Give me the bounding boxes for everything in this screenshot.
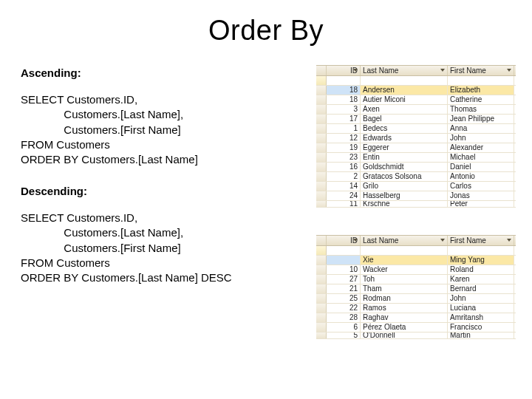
cell-id[interactable] [327, 246, 361, 255]
table-row[interactable]: 12EdwardsJohn [316, 134, 516, 143]
table-row[interactable]: 14GriloCarlos [316, 182, 516, 191]
cell-firstname[interactable]: Martin [448, 332, 514, 338]
cell-firstname[interactable]: Karen [448, 275, 514, 284]
row-selector-header[interactable] [316, 66, 327, 75]
cell-firstname[interactable]: Alexander [448, 143, 514, 152]
cell-lastname[interactable]: Eggerer [361, 143, 448, 152]
cell-id[interactable]: 18 [327, 95, 361, 104]
cell-lastname[interactable]: Xie [361, 256, 448, 265]
row-selector[interactable] [316, 143, 327, 152]
cell-id[interactable]: 17 [327, 115, 361, 123]
cell-lastname[interactable]: Raghav [361, 313, 448, 322]
table-row[interactable]: 16GoldschmidtDaniel [316, 163, 516, 172]
column-header-id[interactable]: ID [327, 66, 361, 75]
cell-lastname[interactable]: Andersen [361, 86, 448, 95]
cell-id[interactable]: 24 [327, 191, 361, 200]
cell-lastname[interactable]: Bedecs [361, 124, 448, 133]
cell-id[interactable]: 14 [327, 182, 361, 191]
cell-id[interactable] [327, 76, 361, 85]
row-selector[interactable] [316, 163, 327, 171]
row-selector[interactable] [316, 332, 327, 338]
cell-lastname[interactable]: Grilo [361, 182, 448, 191]
cell-id[interactable]: 2 [327, 172, 361, 181]
table-row[interactable]: 24HasselbergJonas [316, 191, 516, 201]
table-row[interactable]: 23EntinMichael [316, 153, 516, 163]
cell-lastname[interactable]: Gratacos Solsona [361, 172, 448, 181]
cell-lastname[interactable]: Edwards [361, 134, 448, 143]
cell-firstname[interactable]: Michael [448, 153, 514, 162]
row-selector[interactable] [316, 76, 327, 85]
row-selector[interactable] [316, 304, 327, 313]
dropdown-icon[interactable] [440, 68, 446, 73]
cell-lastname[interactable]: O'Donnell [361, 332, 448, 338]
cell-firstname[interactable]: Ming Yang [448, 256, 514, 265]
row-selector[interactable] [316, 246, 327, 255]
cell-lastname[interactable] [361, 76, 448, 85]
cell-lastname[interactable]: Hasselberg [361, 191, 448, 200]
dropdown-icon[interactable] [507, 68, 512, 73]
cell-lastname[interactable]: Pérez Olaeta [361, 323, 448, 332]
row-selector[interactable] [316, 284, 327, 293]
row-selector[interactable] [316, 256, 327, 265]
table-row[interactable]: 19EggererAlexander [316, 143, 516, 153]
column-header-firstname[interactable]: First Name [448, 66, 514, 75]
row-selector[interactable] [316, 115, 327, 123]
cell-lastname[interactable]: Toh [361, 275, 448, 284]
table-row[interactable]: 5O'DonnellMartin [316, 332, 516, 339]
cell-firstname[interactable]: Jean Philippe [448, 115, 514, 123]
cell-firstname[interactable] [448, 246, 514, 255]
cell-id[interactable]: 12 [327, 134, 361, 143]
cell-id[interactable]: 6 [327, 323, 361, 332]
cell-id[interactable]: 18 [327, 86, 361, 95]
cell-firstname[interactable]: John [448, 134, 514, 143]
table-row[interactable] [316, 246, 516, 256]
row-selector[interactable] [316, 313, 327, 322]
cell-firstname[interactable]: Daniel [448, 163, 514, 171]
cell-id[interactable]: 16 [327, 163, 361, 171]
cell-id[interactable]: 28 [327, 313, 361, 322]
cell-lastname[interactable]: Goldschmidt [361, 163, 448, 171]
cell-firstname[interactable]: Elizabeth [448, 86, 514, 95]
column-header-lastname[interactable]: Last Name [361, 66, 448, 75]
table-row[interactable]: 10WackerRoland [316, 265, 516, 275]
cell-id[interactable]: 19 [327, 143, 361, 152]
dropdown-icon[interactable] [353, 68, 358, 73]
cell-firstname[interactable]: Anna [448, 124, 514, 133]
cell-id[interactable]: 27 [327, 275, 361, 284]
table-row[interactable]: 28RaghavAmritansh [316, 313, 516, 323]
table-row[interactable]: XieMing Yang [316, 256, 516, 265]
cell-lastname[interactable]: Ramos [361, 304, 448, 313]
cell-lastname[interactable]: Rodman [361, 294, 448, 303]
row-selector[interactable] [316, 95, 327, 104]
cell-firstname[interactable]: John [448, 294, 514, 303]
row-selector[interactable] [316, 134, 327, 143]
cell-firstname[interactable]: Jonas [448, 191, 514, 200]
dropdown-icon[interactable] [353, 238, 358, 243]
row-selector[interactable] [316, 153, 327, 162]
cell-firstname[interactable]: Catherine [448, 95, 514, 104]
row-selector[interactable] [316, 124, 327, 133]
table-row[interactable]: 25RodmanJohn [316, 294, 516, 304]
cell-firstname[interactable]: Carlos [448, 182, 514, 191]
cell-lastname[interactable]: Autier Miconi [361, 95, 448, 104]
cell-id[interactable]: 11 [327, 201, 361, 207]
cell-id[interactable]: 22 [327, 304, 361, 313]
cell-firstname[interactable]: Thomas [448, 105, 514, 114]
cell-lastname[interactable]: Bagel [361, 115, 448, 123]
column-header-firstname[interactable]: First Name [448, 236, 514, 245]
row-selector[interactable] [316, 265, 327, 274]
column-header-id[interactable]: ID [327, 236, 361, 245]
dropdown-icon[interactable] [440, 238, 446, 243]
column-header-lastname[interactable]: Last Name [361, 236, 448, 245]
cell-id[interactable]: 1 [327, 124, 361, 133]
table-row[interactable]: 11KrschnePeter [316, 201, 516, 208]
row-selector[interactable] [316, 201, 327, 207]
dropdown-icon[interactable] [507, 238, 512, 243]
row-selector-header[interactable] [316, 236, 327, 245]
table-row[interactable]: 27TohKaren [316, 275, 516, 284]
row-selector[interactable] [316, 182, 327, 191]
cell-firstname[interactable]: Roland [448, 265, 514, 274]
table-row[interactable]: 3AxenThomas [316, 105, 516, 115]
table-row[interactable]: 18AndersenElizabeth [316, 86, 516, 95]
table-row[interactable]: 17BagelJean Philippe [316, 115, 516, 124]
